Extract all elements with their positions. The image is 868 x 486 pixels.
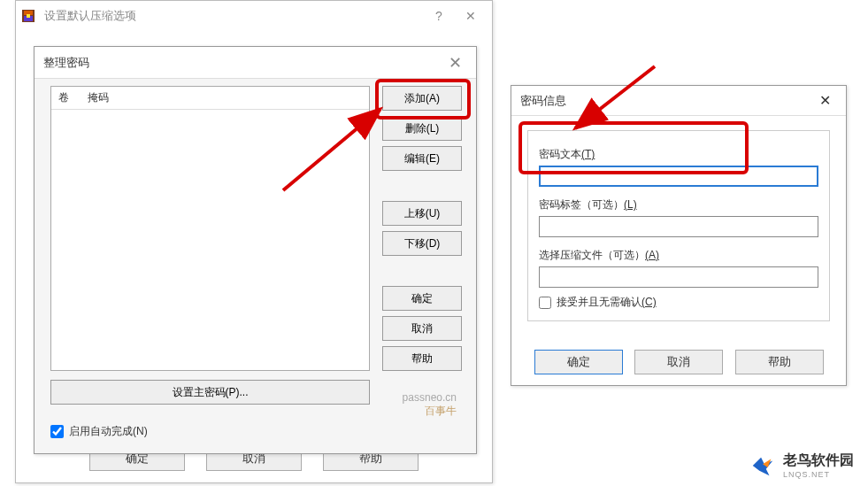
info-cancel-button[interactable]: 取消 (634, 350, 723, 374)
info-group: 密码文本(T) 密码标签（可选）(L) 选择压缩文件（可选）(A) 接受并且无需… (527, 130, 830, 321)
org-ok-button[interactable]: 确定 (382, 286, 462, 311)
info-body: 密码文本(T) 密码标签（可选）(L) 选择压缩文件（可选）(A) 接受并且无需… (511, 116, 846, 385)
footer-sub: LNQS.NET (783, 470, 854, 479)
close-icon[interactable]: ✕ (439, 52, 471, 73)
info-help-button[interactable]: 帮助 (735, 350, 824, 374)
set-master-password-button[interactable]: 设置主密码(P)... (50, 380, 370, 405)
footer-brand: 老鸟软件园 (783, 451, 854, 470)
accept-noconfirm-row: 接受并且无需确认(C) (539, 295, 818, 310)
organize-body: 卷 掩码 添加(A) 删除(L) 编辑(E) 上移(U) 下移(D) 确定 取消… (35, 79, 476, 453)
archive-input[interactable] (539, 266, 818, 288)
move-down-button[interactable]: 下移(D) (382, 231, 462, 256)
autocomplete-label: 启用自动完成(N) (69, 424, 148, 439)
col-volume: 卷 (58, 90, 85, 105)
password-label-input[interactable] (539, 216, 818, 237)
app-icon (21, 9, 35, 23)
password-text-label: 密码文本(T) (539, 147, 818, 162)
bird-icon (749, 452, 776, 479)
side-buttons: 添加(A) 删除(L) 编辑(E) 上移(U) 下移(D) 确定 取消 帮助 (382, 86, 462, 371)
delete-button[interactable]: 删除(L) (382, 116, 462, 141)
autocomplete-row: 启用自动完成(N) (50, 424, 148, 439)
org-help-button[interactable]: 帮助 (382, 346, 462, 371)
settings-titlebar[interactable]: 设置默认压缩选项 ? ✕ (16, 1, 492, 31)
accept-noconfirm-label: 接受并且无需确认(C) (557, 295, 657, 310)
help-icon[interactable]: ? (423, 5, 455, 27)
archive-label: 选择压缩文件（可选）(A) (539, 248, 818, 263)
autocomplete-checkbox[interactable] (50, 425, 64, 438)
info-title: 密码信息 (517, 93, 809, 109)
organize-title: 整理密码 (40, 55, 439, 71)
password-label-label: 密码标签（可选）(L) (539, 197, 818, 212)
info-ok-button[interactable]: 确定 (534, 350, 623, 374)
move-up-button[interactable]: 上移(U) (382, 201, 462, 226)
list-header: 卷 掩码 (51, 87, 369, 110)
footer-logo: 老鸟软件园 LNQS.NET (749, 451, 854, 479)
info-button-row: 确定 取消 帮助 (511, 350, 846, 374)
watermark: passneo.cn 百事牛 (403, 391, 457, 418)
col-mask: 掩码 (88, 90, 109, 105)
password-text-input[interactable] (539, 166, 818, 187)
accept-noconfirm-checkbox[interactable] (539, 297, 551, 309)
organize-password-window: 整理密码 ✕ 卷 掩码 添加(A) 删除(L) 编辑(E) 上移(U) 下移(D… (34, 46, 477, 454)
watermark-url: passneo.cn (403, 391, 457, 405)
watermark-brand: 百事牛 (403, 405, 457, 418)
footer-texts: 老鸟软件园 LNQS.NET (783, 451, 854, 479)
close-icon[interactable]: ✕ (809, 90, 841, 112)
svg-rect-3 (27, 14, 30, 18)
org-cancel-button[interactable]: 取消 (382, 316, 462, 341)
settings-title: 设置默认压缩选项 (41, 8, 423, 24)
password-list[interactable]: 卷 掩码 (50, 86, 370, 371)
info-titlebar[interactable]: 密码信息 ✕ (511, 86, 846, 116)
password-info-dialog: 密码信息 ✕ 密码文本(T) 密码标签（可选）(L) 选择压缩文件（可选）(A)… (511, 85, 847, 386)
close-icon[interactable]: ✕ (455, 5, 487, 27)
edit-button[interactable]: 编辑(E) (382, 146, 462, 171)
organize-titlebar[interactable]: 整理密码 ✕ (35, 47, 476, 79)
add-button[interactable]: 添加(A) (382, 86, 462, 111)
